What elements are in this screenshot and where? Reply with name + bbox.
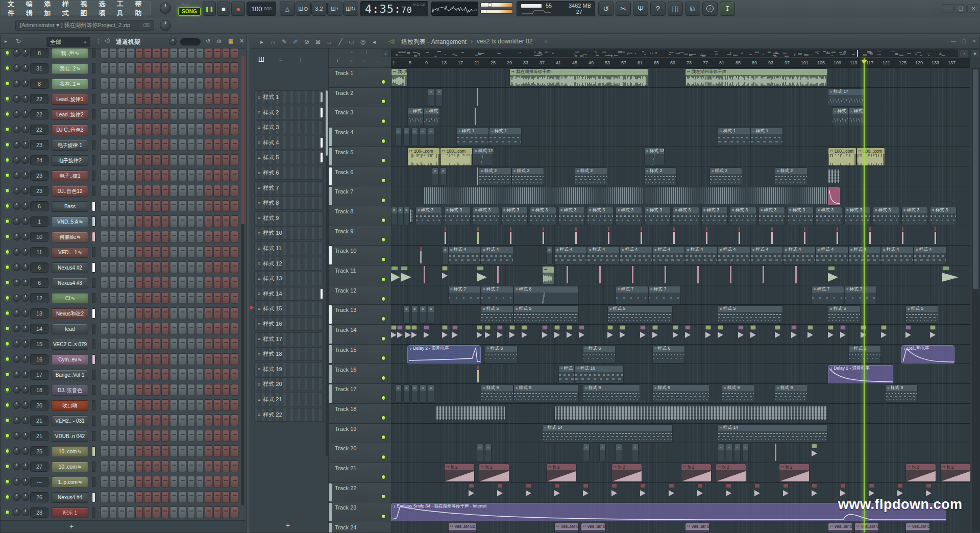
step-cell[interactable] bbox=[187, 491, 195, 503]
audio-clip[interactable]: ↦我在湖州等你干声 bbox=[509, 68, 648, 87]
pattern-clip[interactable]: ≡样式 9 bbox=[652, 384, 709, 403]
pattern-item[interactable]: ≡样式 14 bbox=[254, 287, 324, 301]
step-cell[interactable] bbox=[213, 215, 221, 227]
step-cell[interactable] bbox=[222, 124, 230, 135]
track-led[interactable] bbox=[381, 218, 386, 223]
chip-clip[interactable] bbox=[607, 325, 613, 343]
pattern-clip[interactable]: ≡样式 3 bbox=[816, 207, 842, 225]
mini-clip[interactable]: ≡ bbox=[411, 128, 418, 146]
pattern-clip[interactable]: ≡样式 4 bbox=[783, 246, 816, 264]
step-cell[interactable] bbox=[187, 292, 195, 304]
channel-volume-knob[interactable] bbox=[21, 401, 29, 409]
step-cell[interactable] bbox=[127, 445, 134, 457]
track-led[interactable] bbox=[381, 257, 386, 262]
step-cell[interactable] bbox=[101, 338, 108, 350]
pl-restore-button[interactable]: ▢ bbox=[962, 38, 966, 44]
track-led[interactable] bbox=[381, 514, 386, 519]
step-cell[interactable] bbox=[179, 277, 186, 288]
hit-clip[interactable] bbox=[477, 227, 479, 244]
fx-audio-clip[interactable]: ↦fx 2 bbox=[444, 464, 475, 482]
step-cell[interactable] bbox=[170, 476, 178, 488]
automation-clip[interactable]: ≀Delay 2 - 混音电平 bbox=[828, 365, 893, 383]
pattern-clip[interactable]: ≡样式 7 bbox=[648, 286, 681, 304]
pattern-clip[interactable]: ≡样式 3 bbox=[530, 207, 556, 225]
channel-pan-knob[interactable] bbox=[13, 126, 20, 133]
channel-button[interactable]: 电子旋律2 bbox=[52, 155, 88, 166]
pattern-clip[interactable]: ≡样式 3 bbox=[901, 207, 928, 225]
step-cell[interactable] bbox=[205, 415, 212, 426]
track-options[interactable]: ··· bbox=[335, 417, 340, 422]
step-cell[interactable] bbox=[161, 476, 169, 488]
step-cell[interactable] bbox=[118, 461, 126, 472]
channel-pan-knob[interactable] bbox=[13, 386, 20, 394]
downlifter-clip[interactable] bbox=[391, 266, 400, 283]
step-cell[interactable] bbox=[161, 108, 169, 120]
step-cell[interactable] bbox=[213, 169, 221, 181]
step-cell[interactable] bbox=[196, 292, 204, 304]
channel-pan-knob[interactable] bbox=[13, 309, 20, 317]
pattern-clip[interactable]: ≡样式 3 bbox=[787, 207, 814, 225]
step-cell[interactable] bbox=[170, 246, 178, 258]
step-cell[interactable] bbox=[205, 154, 212, 166]
close-icon[interactable]: ✕ bbox=[239, 38, 244, 44]
channel-select-strip[interactable] bbox=[92, 155, 95, 165]
chip-clip[interactable] bbox=[812, 483, 817, 501]
step-cell[interactable] bbox=[170, 323, 178, 334]
channel-led[interactable] bbox=[5, 81, 10, 86]
step-cell[interactable] bbox=[118, 353, 126, 365]
chip-clip[interactable] bbox=[705, 325, 711, 343]
step-cell[interactable] bbox=[161, 185, 169, 197]
chip-clip[interactable] bbox=[526, 483, 531, 501]
step-cell[interactable] bbox=[153, 78, 160, 89]
track-header[interactable]: Track 21··· bbox=[329, 463, 391, 483]
step-cell[interactable] bbox=[196, 108, 204, 120]
channel-button[interactable]: DJ C..音色3 bbox=[52, 125, 88, 135]
pattern-clip[interactable]: ≡样式 4 bbox=[881, 246, 914, 264]
pattern-item[interactable]: ≡样式 1 bbox=[254, 90, 324, 104]
track-led[interactable] bbox=[381, 139, 386, 143]
menu-item-1[interactable]: 编辑 bbox=[26, 0, 36, 18]
automation-clip[interactable]: ≀Del..音电平 bbox=[901, 345, 954, 364]
channel-select-strip[interactable] bbox=[92, 278, 95, 288]
track-options[interactable]: ··· bbox=[335, 496, 340, 500]
step-cell[interactable] bbox=[153, 169, 160, 181]
step-cell[interactable] bbox=[222, 185, 230, 197]
step-cell[interactable] bbox=[213, 78, 221, 89]
step-cell[interactable] bbox=[213, 445, 221, 457]
step-cell[interactable] bbox=[222, 369, 230, 380]
mini-clip[interactable]: ≡ bbox=[411, 384, 418, 403]
close-icon[interactable]: ✕ bbox=[349, 58, 353, 64]
hit-clip[interactable] bbox=[542, 227, 545, 244]
channel-pan-knob[interactable] bbox=[13, 248, 20, 256]
hit-clip[interactable] bbox=[607, 227, 610, 244]
step-cell[interactable] bbox=[101, 369, 108, 380]
track-header[interactable]: Track 22··· bbox=[329, 483, 391, 503]
step-cell[interactable] bbox=[127, 108, 134, 120]
step-cell[interactable] bbox=[179, 49, 186, 59]
step-cell[interactable] bbox=[135, 415, 143, 426]
undo-icon[interactable]: ↺ bbox=[206, 38, 210, 44]
track-options[interactable]: ··· bbox=[335, 279, 340, 283]
step-cell[interactable] bbox=[118, 323, 126, 334]
step-cell[interactable] bbox=[127, 93, 134, 105]
pattern-clip[interactable]: ≡样式 3 bbox=[616, 207, 642, 225]
step-cell[interactable] bbox=[118, 399, 126, 411]
pattern-clip[interactable]: ≡样式 9 bbox=[513, 384, 579, 403]
pattern-clip[interactable]: ≡样式 2 bbox=[511, 167, 544, 186]
chip-clip[interactable] bbox=[411, 325, 417, 343]
channel-select-strip[interactable] bbox=[92, 324, 95, 334]
pattern-clip[interactable]: ≡样式 5 bbox=[905, 305, 938, 324]
step-cell[interactable] bbox=[135, 200, 143, 212]
step-cell[interactable] bbox=[187, 430, 195, 442]
step-cell[interactable] bbox=[213, 261, 221, 273]
fx-audio-clip[interactable]: ↦fx 2 bbox=[905, 464, 936, 482]
automation-clip[interactable] bbox=[828, 187, 840, 205]
step-cell[interactable] bbox=[179, 62, 186, 74]
channel-volume-knob[interactable] bbox=[21, 202, 29, 210]
pattern-clip[interactable]: ≡样式 4 bbox=[848, 246, 881, 264]
step-cell[interactable] bbox=[144, 246, 152, 258]
step-cell[interactable] bbox=[135, 353, 143, 365]
step-cell[interactable] bbox=[118, 292, 126, 304]
menu-item-4[interactable]: 视图 bbox=[81, 0, 90, 18]
step-cell[interactable] bbox=[161, 307, 169, 319]
